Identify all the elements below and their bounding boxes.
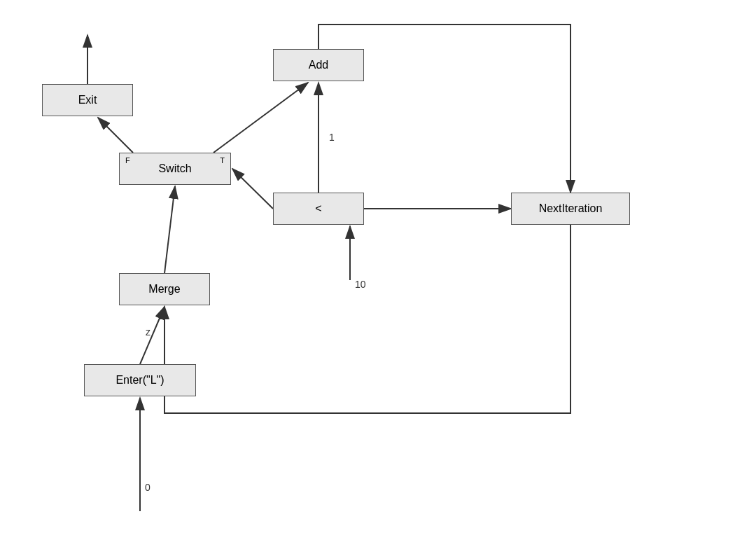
diagram-container: Exit Add F Switch T < NextIteration Merg… (0, 0, 756, 535)
switch-label: Switch (158, 162, 191, 175)
less-node: < (273, 193, 364, 225)
switch-f-super: F (125, 156, 130, 165)
less-label: < (315, 202, 321, 215)
svg-line-8 (232, 169, 273, 209)
enter-label: Enter("L") (115, 374, 164, 387)
switch-t-super: T (220, 156, 225, 165)
exit-node: Exit (42, 84, 133, 116)
next-iteration-label: NextIteration (539, 202, 603, 215)
exit-label: Exit (78, 94, 97, 106)
add-label: Add (309, 59, 328, 71)
arrows-layer (0, 0, 756, 535)
label-ten: 10 (355, 279, 366, 290)
merge-label: Merge (148, 283, 180, 296)
svg-line-5 (98, 118, 133, 153)
enter-node: Enter("L") (84, 364, 196, 396)
svg-line-4 (164, 186, 175, 273)
switch-node: F Switch T (119, 153, 231, 185)
next-iteration-node: NextIteration (511, 193, 630, 225)
label-z: z (146, 326, 150, 338)
merge-node: Merge (119, 273, 210, 305)
label-one: 1 (329, 132, 335, 143)
add-node: Add (273, 49, 364, 81)
svg-line-3 (140, 307, 164, 364)
label-zero: 0 (145, 482, 150, 493)
svg-line-6 (214, 83, 308, 153)
